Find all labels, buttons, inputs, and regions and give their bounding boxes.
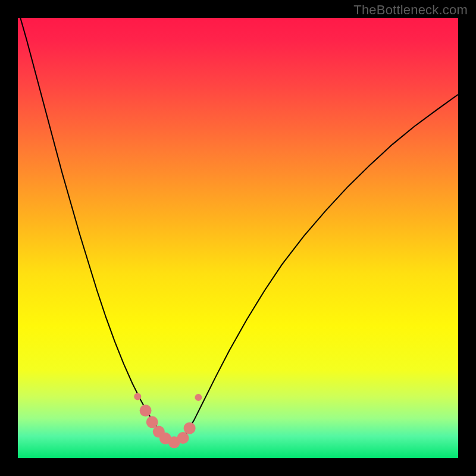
bottleneck-chart (0, 0, 476, 476)
highlight-dot (177, 432, 189, 444)
chart-stage: TheBottleneck.com (0, 0, 476, 476)
highlight-dot (134, 393, 141, 400)
gradient-background (18, 18, 458, 458)
watermark-text: TheBottleneck.com (353, 2, 468, 18)
highlight-dot (184, 422, 196, 434)
highlight-dot (195, 394, 202, 401)
highlight-dot (146, 416, 158, 428)
highlight-dot (140, 405, 152, 416)
